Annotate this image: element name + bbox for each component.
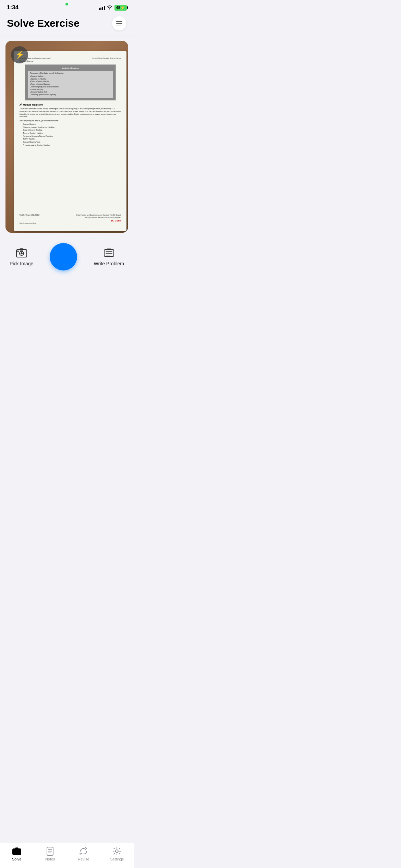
doc-paragraph: This module covers the various hacking t…: [20, 108, 121, 118]
list-item: Difference between Spoofing and Hijackin…: [23, 126, 121, 129]
svg-rect-4: [17, 251, 19, 252]
doc-after-completing: After completing this module, you will b…: [20, 120, 121, 122]
list-item: Protecting against Session Hijacking: [23, 144, 121, 147]
doc-footer-brand: EC-Coun: [20, 219, 121, 223]
flash-icon: ⚡: [15, 50, 24, 59]
pick-image-label: Pick Image: [10, 261, 33, 266]
signal-bar-1: [99, 8, 100, 10]
list-item: Steps in Session Hijacking: [23, 129, 121, 132]
signal-bars-icon: [99, 5, 105, 10]
doc-slide-item: ● TCP/IP Hijacking: [30, 89, 111, 91]
write-problem-button[interactable]: Write Problem: [94, 247, 124, 266]
doc-footer-page: Module X Page 1192 of 2338: [20, 214, 39, 219]
signal-bar-2: [100, 8, 101, 10]
doc-footer-url: http://www.eccouncil.org: [20, 222, 121, 225]
page-title: Solve Exercise: [7, 17, 80, 29]
list-item: Types of Session Hijacking: [23, 132, 121, 135]
doc-slide-box: Module Objective This module will famili…: [25, 64, 116, 100]
doc-slide-title: Module Objective: [28, 67, 113, 70]
flash-button[interactable]: ⚡: [11, 46, 28, 63]
document-capture-area[interactable]: ⚡ Ethical Hacking and Countermeasures v5…: [5, 41, 128, 233]
action-area: Pick Image Write Problem: [0, 238, 134, 274]
pick-image-button[interactable]: Pick Image: [10, 247, 33, 266]
doc-slide-item: ● Steps in Session Hijacking: [30, 81, 111, 83]
signal-bar-3: [102, 7, 103, 10]
svg-rect-5: [104, 250, 114, 256]
menu-button[interactable]: [112, 16, 127, 31]
list-item: Session Hijacking: [23, 123, 121, 126]
wifi-icon: [107, 5, 112, 11]
doc-slide-item: ● Spoofing vs. Hijacking: [30, 78, 111, 81]
write-problem-icon: [103, 247, 115, 259]
doc-footer-center: Ethical Hacking and Countermeasures: [76, 214, 102, 216]
list-item: TCP/IP Hijacking: [23, 138, 121, 141]
svg-rect-9: [107, 249, 111, 250]
write-problem-label: Write Problem: [94, 261, 124, 266]
status-bar: 1:34 48 ⚡: [0, 0, 134, 13]
doc-slide-content: This module will familiarize you with th…: [28, 71, 113, 98]
signal-bar-4: [104, 6, 105, 10]
doc-section-title: 🖊 Module Objective: [20, 103, 121, 107]
doc-slide-item: ● Types of Session Hijacking: [30, 83, 111, 86]
list-item: Performing Sequence Number Prediction: [23, 135, 121, 138]
status-icons: 48 ⚡: [99, 5, 127, 11]
doc-slide-intro: This module will familiarize you with th…: [30, 72, 111, 75]
pick-image-icon: [16, 247, 27, 259]
status-time: 1:34: [7, 4, 19, 11]
doc-footer: Module X Page 1192 of 2338 Ethical Hacki…: [20, 213, 121, 225]
green-indicator-dot: [65, 3, 68, 5]
doc-header-right: Exam 312-50 Certified Ethical Hacker: [93, 57, 121, 62]
header-divider: [0, 36, 134, 36]
svg-point-3: [21, 252, 23, 254]
doc-slide-item: ● Session Hijacking: [30, 75, 111, 78]
doc-header: Ethical Hacking and Countermeasures v5Se…: [20, 57, 121, 62]
list-item: Session Hijacking Tools: [23, 141, 121, 144]
doc-list: Session Hijacking Difference between Spo…: [20, 123, 121, 147]
app-header: Solve Exercise: [0, 13, 134, 36]
doc-slide-item: ● Session Hijacking Tools: [30, 91, 111, 94]
doc-slide-item: ● Performing Sequence Number Prediction: [30, 86, 111, 88]
list-icon: [116, 21, 122, 25]
shutter-button[interactable]: [50, 243, 77, 270]
battery-icon: 48 ⚡: [114, 5, 127, 11]
doc-footer-copyright: Ethical Hacking and Countermeasures Copy…: [76, 214, 121, 219]
document-paper: Ethical Hacking and Countermeasures v5Se…: [14, 51, 126, 231]
doc-slide-item: ● Protecting against Session Hijacking: [30, 94, 111, 96]
